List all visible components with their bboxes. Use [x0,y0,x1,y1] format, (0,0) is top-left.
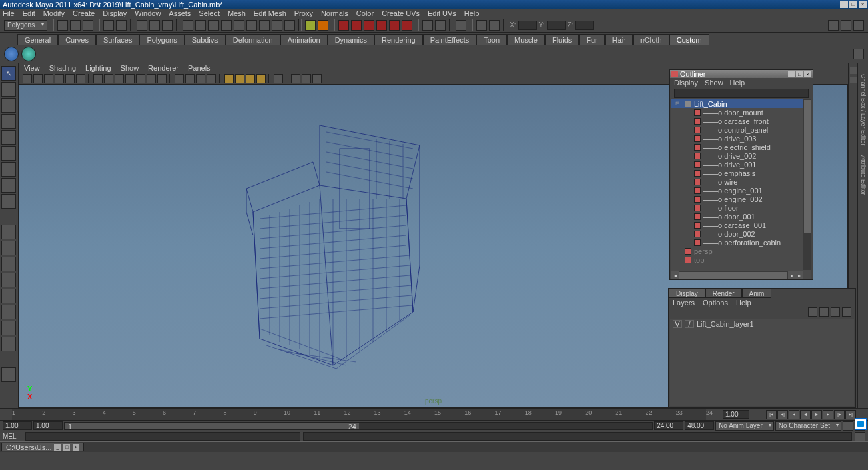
render-layer-icon[interactable] [389,20,400,31]
move-tool[interactable] [1,114,16,129]
vp-icon-3[interactable] [44,74,53,83]
shelf-tab-hair[interactable]: Hair [605,34,633,45]
sel-hierarchy-icon[interactable] [137,20,147,31]
module-selector[interactable]: Polygons [4,20,47,31]
select-tool[interactable]: ↖ [1,66,16,81]
range-end[interactable] [654,421,683,430]
shelf-tab-deformation[interactable]: Deformation [226,34,280,45]
ui-toggle-2[interactable] [841,20,851,31]
shelf-right-icon[interactable] [853,49,864,59]
mask-icon-3[interactable] [208,20,219,31]
redo-icon[interactable] [116,20,127,31]
shelf-tab-fluids[interactable]: Fluids [545,34,579,45]
outliner-item[interactable]: ——o door_002 [671,229,811,238]
vp-icon-6[interactable] [76,74,85,83]
shelf-tab-surfaces[interactable]: Surfaces [96,34,139,45]
menu-window[interactable]: Window [135,9,161,17]
shelf-tab-subdivs[interactable]: Subdivs [185,34,226,45]
layer-icon-2[interactable] [819,307,829,317]
vp-menu-view[interactable]: View [24,64,40,72]
snap-curve-icon[interactable] [318,20,328,31]
shelf-tab-fur[interactable]: Fur [579,34,605,45]
menu-create-uvs[interactable]: Create UVs [382,9,420,17]
vp-icon-13[interactable] [157,74,167,83]
vp-icon-11[interactable] [136,74,145,83]
outliner-item[interactable]: ——o carcase_front [671,117,811,125]
layer-icon-1[interactable] [808,307,817,317]
outliner-maximize[interactable]: □ [796,71,803,77]
taskbar-item[interactable]: C:\Users\Us... _□× [1,443,84,451]
lasso-tool[interactable] [1,82,16,97]
layout-four[interactable] [1,241,16,255]
vp-icon-18[interactable] [224,74,234,83]
vp-icon-5[interactable] [65,74,75,83]
soft-mod-tool[interactable] [1,178,16,193]
layer-menu-options[interactable]: Options [703,299,728,307]
menu-help[interactable]: Help [464,9,480,17]
open-scene-icon[interactable] [70,20,81,31]
autokey-icon[interactable] [843,421,853,431]
shelf-tab-ncloth[interactable]: nCloth [633,34,669,45]
layer-icon-3[interactable] [831,307,840,317]
menu-file[interactable]: File [3,9,15,17]
outliner-item[interactable]: ——o emphasis [671,169,811,177]
mask-icon-6[interactable] [246,20,257,31]
shelf-tab-toon[interactable]: Toon [476,34,507,45]
layout-icon-1[interactable] [422,20,433,31]
outliner-item[interactable]: top [671,255,811,264]
time-slider[interactable]: 123456789101112131415161718192021222324 … [0,408,868,420]
goto-start-button[interactable]: |◂ [766,410,777,419]
layer-tab-display[interactable]: Display [669,289,705,298]
menu-assets[interactable]: Assets [169,9,191,17]
menu-color[interactable]: Color [356,9,374,17]
step-back-key-button[interactable]: ◂| [777,410,788,419]
range-start[interactable] [33,421,63,430]
vp-icon-9[interactable] [115,74,124,83]
viewcube-icon[interactable] [850,67,857,74]
vp-icon-22[interactable] [274,74,283,83]
new-scene-icon[interactable] [57,20,68,31]
outliner-item[interactable]: ——o electric_shield [671,143,811,151]
vp-icon-20[interactable] [246,74,255,83]
mask-icon-8[interactable] [272,20,282,31]
paint-select-tool[interactable] [1,98,16,113]
outliner-item[interactable]: ——o door_001 [671,212,811,221]
minimize-button[interactable]: _ [840,1,848,8]
vp-icon-15[interactable] [185,74,195,83]
script-editor-button[interactable] [855,432,865,441]
shelf-tab-rendering[interactable]: Rendering [374,34,423,45]
vp-icon-12[interactable] [147,74,156,83]
step-forward-button[interactable]: ▸ [823,410,833,419]
layer-menu-help[interactable]: Help [736,299,751,307]
vp-icon-7[interactable] [93,74,103,83]
range-start-all[interactable] [3,421,32,430]
snap-grid-icon[interactable] [305,20,316,31]
layer-vis-toggle[interactable]: V [673,320,682,328]
vp-icon-21[interactable] [256,74,266,83]
ui-toggle-1[interactable] [828,20,839,31]
shelf-tab-dynamics[interactable]: Dynamics [328,34,374,45]
menu-edit-mesh[interactable]: Edit Mesh [254,9,286,17]
step-back-button[interactable]: ◂ [789,410,799,419]
vp-icon-25[interactable] [312,74,322,83]
layout-three[interactable] [1,289,16,303]
attribute-editor-tab[interactable]: Attribute Editor [860,155,867,195]
mask-icon-5[interactable] [234,20,244,31]
vp-icon-10[interactable] [125,74,135,83]
mask-icon-7[interactable] [259,20,270,31]
outliner-item[interactable]: ——o wire [671,177,811,186]
outliner-item[interactable]: ——o perforation_cabin [671,238,811,247]
menu-normals[interactable]: Normals [321,9,348,17]
layout-custom-2[interactable] [1,337,16,351]
maximize-button[interactable]: □ [849,1,857,8]
x-input[interactable] [518,21,537,30]
shelf-tab-muscle[interactable]: Muscle [507,34,545,45]
outliner-item[interactable]: ——o control_panel [671,125,811,134]
custom-tool-1[interactable] [1,367,16,382]
menu-modify[interactable]: Modify [43,9,65,17]
teamviewer-icon[interactable] [855,418,867,430]
layout-two-stack[interactable] [1,273,16,287]
construct-icon-1[interactable] [456,20,466,31]
vp-icon-14[interactable] [175,74,184,83]
outliner-item[interactable]: ——o engine_002 [671,195,811,203]
